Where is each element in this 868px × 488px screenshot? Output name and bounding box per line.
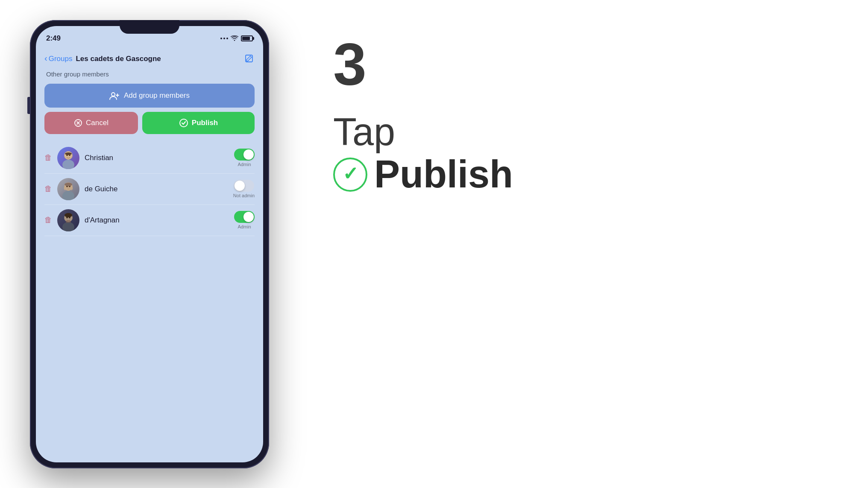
toggle-knob [243, 149, 254, 160]
toggle-knob [235, 181, 245, 191]
wifi-icon [231, 35, 238, 41]
phone-section: 2:49 [0, 0, 299, 488]
dartagnan-toggle-container: Admin [234, 211, 255, 229]
deguiche-admin-label: Not admin [233, 193, 255, 198]
delete-christian-icon[interactable]: 🗑 [44, 153, 52, 162]
content-area: Other group members Add group members [36, 70, 263, 236]
cancel-button[interactable]: Cancel [44, 112, 138, 134]
dartagnan-admin-label: Admin [238, 224, 251, 229]
publish-button[interactable]: Publish [142, 112, 255, 134]
cancel-icon [74, 119, 82, 127]
christian-admin-label: Admin [238, 162, 251, 167]
add-members-button[interactable]: Add group members [44, 84, 255, 108]
avatar-dartagnan [57, 209, 79, 231]
dot3 [226, 38, 228, 39]
status-icons [220, 35, 253, 41]
nav-bar: ‹ Groups Les cadets de Gascogne [36, 47, 263, 70]
instruction-text: Tap ✓ Publish [333, 111, 834, 196]
deguiche-toggle-container: Not admin [233, 180, 255, 198]
add-members-label: Add group members [124, 91, 190, 100]
back-button[interactable]: ‹ Groups [44, 54, 72, 63]
phone-screen: 2:49 [36, 26, 263, 462]
delete-deguiche-icon[interactable]: 🗑 [44, 184, 52, 193]
svg-point-9 [65, 152, 72, 155]
member-item-christian: 🗑 Christian [44, 143, 255, 174]
publish-label-btn: Publish [192, 119, 218, 127]
dots-indicator [220, 38, 228, 39]
section-header: Other group members [44, 70, 255, 78]
christian-avatar-image [57, 147, 79, 169]
member-item-deguiche: 🗑 [44, 174, 255, 205]
publish-instruction: ✓ Publish [333, 153, 834, 196]
deguiche-avatar-image [57, 178, 79, 200]
deguiche-admin-toggle[interactable] [234, 180, 254, 192]
avatar-christian [57, 147, 79, 169]
add-person-icon [109, 91, 120, 100]
checkmark-icon: ✓ [343, 163, 358, 184]
action-buttons: Cancel Publish [44, 112, 255, 134]
delete-dartagnan-icon[interactable]: 🗑 [44, 216, 52, 225]
christian-name: Christian [85, 154, 229, 162]
publish-check-icon [179, 118, 188, 128]
battery-fill [242, 37, 250, 40]
nav-title: Les cadets de Gascogne [76, 55, 241, 63]
dot1 [220, 38, 222, 39]
dartagnan-admin-toggle[interactable] [234, 211, 255, 223]
dartagnan-avatar-image [57, 209, 79, 231]
cancel-label: Cancel [86, 119, 108, 127]
deguiche-name: de Guiche [85, 185, 228, 193]
step-number: 3 [333, 34, 834, 94]
phone-notch [120, 20, 179, 34]
christian-admin-toggle[interactable] [234, 149, 255, 161]
dartagnan-name: d'Artagnan [85, 216, 229, 225]
publish-instruction-label: Publish [374, 153, 513, 196]
battery-icon [241, 35, 253, 41]
svg-point-3 [180, 119, 188, 127]
member-item-dartagnan: 🗑 d'Ar [44, 205, 255, 236]
back-chevron-icon: ‹ [44, 53, 47, 63]
svg-rect-22 [66, 220, 71, 223]
avatar-deguiche [57, 178, 79, 200]
edit-icon[interactable] [244, 54, 255, 64]
back-label: Groups [49, 55, 73, 63]
svg-point-17 [62, 222, 74, 231]
christian-toggle-container: Admin [234, 149, 255, 167]
svg-point-11 [62, 191, 74, 200]
svg-point-5 [62, 160, 74, 169]
svg-point-1 [111, 93, 115, 96]
status-time: 2:49 [46, 34, 61, 43]
toggle-knob [243, 212, 254, 222]
dot2 [223, 38, 225, 39]
svg-point-15 [65, 183, 72, 186]
tap-label: Tap [333, 111, 834, 153]
instruction-section: 3 Tap ✓ Publish [299, 0, 868, 488]
phone-device: 2:49 [30, 20, 269, 468]
green-check-circle-icon: ✓ [333, 158, 367, 192]
